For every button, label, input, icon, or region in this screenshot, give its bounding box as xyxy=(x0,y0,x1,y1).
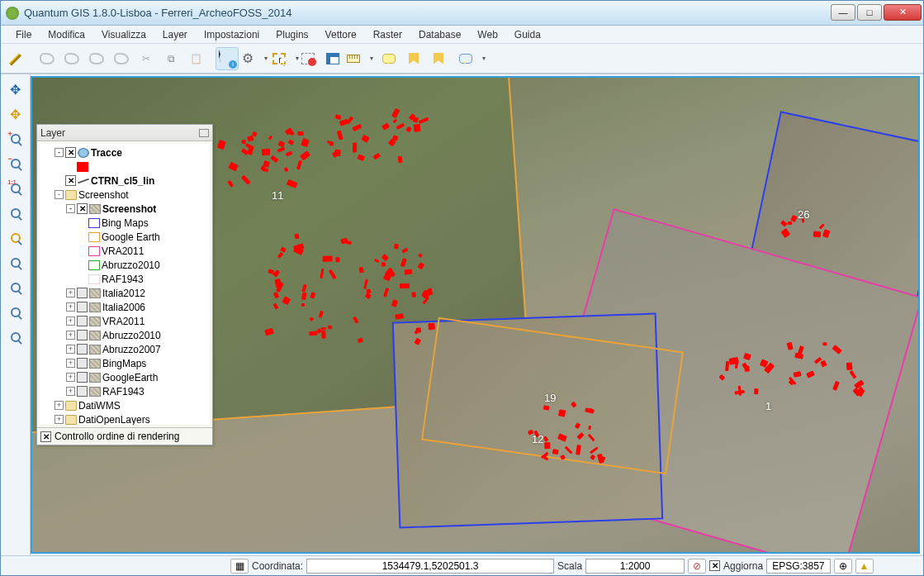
menu-plugins[interactable]: Plugins xyxy=(268,27,316,42)
zoom-last-button[interactable] xyxy=(4,276,27,299)
layer-row[interactable]: -Tracce xyxy=(41,145,208,159)
layer-visibility-checkbox[interactable] xyxy=(77,288,88,298)
trace-feature[interactable] xyxy=(298,131,304,136)
layer-row[interactable]: +BingMaps xyxy=(41,356,208,370)
titlebar[interactable]: Quantum GIS 1.8.0-Lisboa - Ferreri_Arche… xyxy=(1,1,923,26)
layer-visibility-checkbox[interactable] xyxy=(77,330,88,340)
trace-feature[interactable] xyxy=(241,140,246,144)
menu-layer[interactable]: Layer xyxy=(154,27,196,42)
new-bookmark-button[interactable] xyxy=(402,47,425,70)
maximize-button[interactable]: □ xyxy=(857,4,882,21)
trace-feature[interactable] xyxy=(414,124,420,132)
crs-status-button[interactable]: ⊕ xyxy=(834,559,852,574)
trace-feature[interactable] xyxy=(335,258,339,263)
layer-visibility-checkbox[interactable] xyxy=(77,386,88,397)
expand-toggle[interactable]: - xyxy=(66,204,75,213)
move-feature-button[interactable] xyxy=(60,47,83,70)
trace-feature[interactable] xyxy=(381,262,386,266)
show-bookmarks-button[interactable] xyxy=(427,47,450,70)
layer-visibility-checkbox[interactable] xyxy=(77,344,88,355)
minimize-button[interactable]: — xyxy=(831,4,855,21)
refresh-button[interactable] xyxy=(4,326,27,349)
menu-guida[interactable]: Guida xyxy=(506,27,549,42)
menu-file[interactable]: File xyxy=(7,27,40,42)
zoom-full-button[interactable] xyxy=(4,202,27,225)
layer-visibility-checkbox[interactable] xyxy=(77,302,88,312)
zoom-selection-button[interactable] xyxy=(4,226,27,250)
layer-row[interactable]: VRA2011 xyxy=(41,244,208,258)
trace-feature[interactable] xyxy=(754,388,759,395)
messages-button[interactable]: ▲ xyxy=(855,559,874,574)
menu-modifica[interactable]: Modifica xyxy=(40,27,93,42)
menu-database[interactable]: Database xyxy=(410,27,469,42)
delete-feature-button[interactable] xyxy=(110,47,133,70)
trace-feature[interactable] xyxy=(274,278,282,288)
cut-button[interactable]: ✂ xyxy=(135,47,158,70)
coord-input[interactable] xyxy=(306,559,554,574)
layers-tree[interactable]: -TracceCTRN_cl5_lin-Screenshot-Screensho… xyxy=(40,144,210,425)
trace-feature[interactable] xyxy=(320,326,325,329)
layer-row[interactable]: +RAF1943 xyxy=(41,384,208,398)
expand-toggle[interactable]: + xyxy=(54,401,64,410)
expand-toggle[interactable]: - xyxy=(54,148,64,157)
expand-toggle[interactable]: + xyxy=(66,331,75,340)
layer-row[interactable]: +Abruzzo2007 xyxy=(41,342,208,356)
menu-visualizza[interactable]: Visualizza xyxy=(93,27,154,42)
deselect-button[interactable] xyxy=(296,47,320,70)
add-feature-button[interactable] xyxy=(36,47,59,70)
layers-panel-title[interactable]: Layer xyxy=(37,125,212,141)
layer-row[interactable]: +Italia2012 xyxy=(41,286,208,300)
zoom-next-button[interactable] xyxy=(4,301,27,324)
expand-toggle[interactable]: + xyxy=(66,359,75,368)
expand-toggle[interactable]: + xyxy=(66,288,75,298)
zoom-native-button[interactable]: 1:1 xyxy=(4,177,27,200)
layer-row[interactable]: Google Earth xyxy=(41,230,208,244)
toggle-extents-button[interactable]: ▦ xyxy=(230,559,249,574)
zoom-layer-button[interactable] xyxy=(4,251,27,274)
layer-row[interactable] xyxy=(41,159,208,174)
expand-toggle[interactable]: + xyxy=(66,387,75,396)
menu-vettore[interactable]: Vettore xyxy=(317,27,365,42)
trace-feature[interactable] xyxy=(543,405,550,410)
menu-raster[interactable]: Raster xyxy=(365,27,410,42)
attribute-table-button[interactable] xyxy=(321,47,344,70)
trace-feature[interactable] xyxy=(394,244,398,250)
expand-toggle[interactable]: - xyxy=(54,190,64,199)
menu-impostazioni[interactable]: Impostazioni xyxy=(196,27,268,42)
stop-render-button[interactable]: ⊘ xyxy=(688,559,706,574)
trace-feature[interactable] xyxy=(262,149,270,155)
maptips-button[interactable] xyxy=(377,47,400,70)
trace-feature[interactable] xyxy=(400,283,410,288)
trace-feature[interactable] xyxy=(411,293,416,298)
trace-feature[interactable] xyxy=(813,231,822,238)
node-tool-button[interactable] xyxy=(85,47,108,70)
close-button[interactable]: ✕ xyxy=(884,4,922,21)
trace-feature[interactable] xyxy=(823,342,827,345)
layer-visibility-checkbox[interactable] xyxy=(77,372,88,383)
layer-row[interactable]: +Abruzzo2010 xyxy=(41,328,208,342)
trace-feature[interactable] xyxy=(353,142,358,152)
trace-feature[interactable] xyxy=(428,322,434,329)
trace-feature[interactable] xyxy=(321,330,325,338)
layer-row[interactable]: +GoogleEarth xyxy=(41,370,208,384)
paste-button[interactable]: 📋 xyxy=(184,47,207,70)
layer-visibility-checkbox[interactable] xyxy=(77,316,88,326)
layer-visibility-checkbox[interactable] xyxy=(65,175,76,186)
panel-undock-icon[interactable] xyxy=(199,129,209,137)
trace-feature[interactable] xyxy=(545,442,551,449)
trace-feature[interactable] xyxy=(788,221,792,226)
annotation-dropdown[interactable] xyxy=(458,47,481,70)
expand-toggle[interactable]: + xyxy=(66,373,75,382)
pan-selection-button[interactable]: ✥ xyxy=(4,102,27,126)
edit-toggle-button[interactable] xyxy=(4,47,27,70)
layer-row[interactable]: -Screenshot xyxy=(41,202,208,216)
identify-button[interactable]: i xyxy=(216,47,239,70)
layer-row[interactable]: +DatiOpenLayers xyxy=(41,412,208,425)
layer-row[interactable]: CTRN_cl5_lin xyxy=(41,174,208,188)
select-dropdown[interactable] xyxy=(272,47,295,70)
layer-row[interactable]: +DatiWMS xyxy=(41,398,208,412)
layers-panel[interactable]: Layer -TracceCTRN_cl5_lin-Screenshot-Scr… xyxy=(36,124,213,445)
scale-input[interactable] xyxy=(585,559,685,574)
layer-row[interactable]: +VRA2011 xyxy=(41,314,208,328)
zoom-in-button[interactable]: + xyxy=(4,127,27,150)
